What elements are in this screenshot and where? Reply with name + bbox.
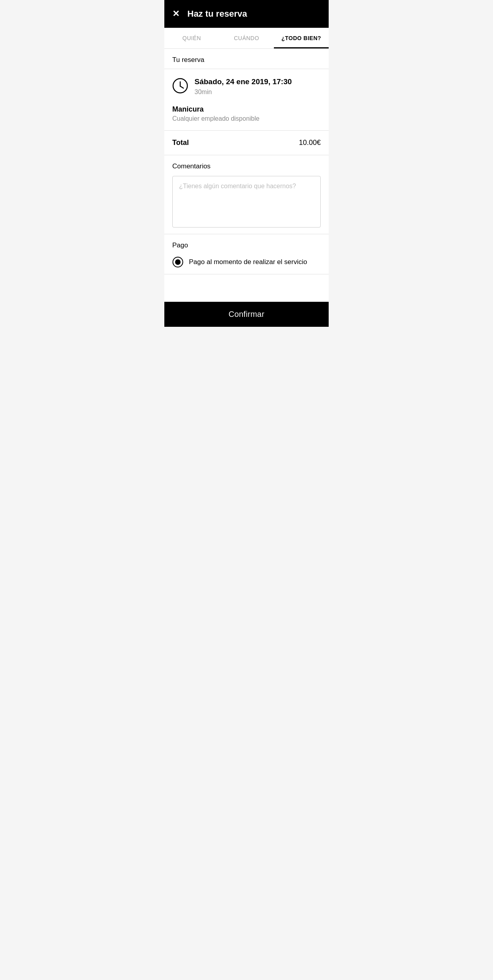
payment-section: Pago Pago al momento de realizar el serv… <box>164 234 329 274</box>
confirm-label: Confirmar <box>229 310 265 318</box>
service-name: Manicura <box>172 105 321 114</box>
radio-selected-icon <box>172 257 183 268</box>
comments-section: Comentarios <box>164 155 329 234</box>
page-title: Haz tu reserva <box>187 9 247 19</box>
app-header: ✕ Haz tu reserva <box>164 0 329 28</box>
svg-line-2 <box>180 86 183 88</box>
total-amount: 10.00€ <box>299 139 321 147</box>
tab-cuando[interactable]: CUÁNDO <box>219 28 274 48</box>
close-button[interactable]: ✕ <box>172 10 179 18</box>
tab-todo-bien[interactable]: ¿TODO BIEN? <box>274 28 329 48</box>
service-info: Manicura Cualquier empleado disponible <box>164 104 329 131</box>
svg-point-4 <box>175 259 181 265</box>
total-label: Total <box>172 139 189 147</box>
total-row: Total 10.00€ <box>164 131 329 155</box>
tab-bar: QUIÉN CUÁNDO ¿TODO BIEN? <box>164 28 329 49</box>
service-employee: Cualquier empleado disponible <box>172 115 321 122</box>
booking-info-row: Sábado, 24 ene 2019, 17:30 30min <box>164 69 329 104</box>
booking-details: Sábado, 24 ene 2019, 17:30 30min <box>195 77 321 96</box>
payment-option-text: Pago al momento de realizar el servicio <box>189 258 307 266</box>
comments-textarea[interactable] <box>172 176 321 228</box>
comments-label: Comentarios <box>172 162 321 170</box>
booking-datetime: Sábado, 24 ene 2019, 17:30 <box>195 77 321 87</box>
reservation-section-title: Tu reserva <box>164 49 329 69</box>
clock-icon <box>172 78 188 94</box>
booking-duration: 30min <box>195 89 321 96</box>
confirm-button[interactable]: Confirmar <box>164 302 329 327</box>
payment-label: Pago <box>172 241 321 249</box>
main-content: Tu reserva Sábado, 24 ene 2019, 17:30 30… <box>164 49 329 302</box>
payment-option[interactable]: Pago al momento de realizar el servicio <box>172 255 321 269</box>
tab-quien[interactable]: QUIÉN <box>164 28 219 48</box>
